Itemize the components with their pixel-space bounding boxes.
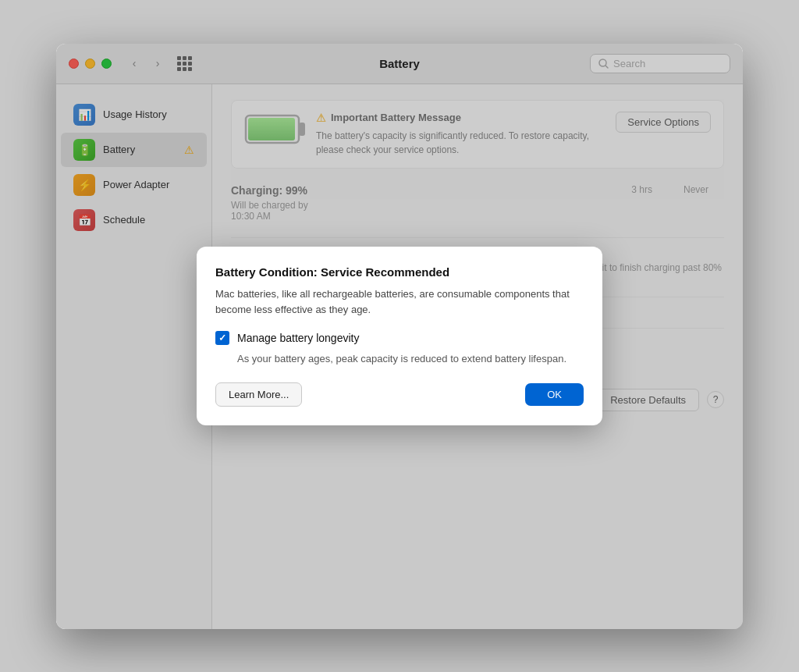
checkbox-label: Manage battery longevity xyxy=(237,332,359,344)
learn-more-button[interactable]: Learn More... xyxy=(215,382,302,407)
modal-footer: Learn More... OK xyxy=(215,382,584,407)
modal-overlay: Battery Condition: Service Recommended M… xyxy=(56,44,743,629)
main-window: ‹ › Battery Search 📊 Usage History xyxy=(56,44,743,629)
manage-longevity-checkbox[interactable] xyxy=(215,331,229,345)
ok-button[interactable]: OK xyxy=(525,383,584,406)
checkbox-description: As your battery ages, peak capacity is r… xyxy=(237,351,584,367)
modal-title: Battery Condition: Service Recommended xyxy=(215,265,584,279)
modal-dialog: Battery Condition: Service Recommended M… xyxy=(197,247,602,425)
modal-description: Mac batteries, like all rechargeable bat… xyxy=(215,286,584,317)
modal-checkbox-row: Manage battery longevity xyxy=(215,331,584,345)
